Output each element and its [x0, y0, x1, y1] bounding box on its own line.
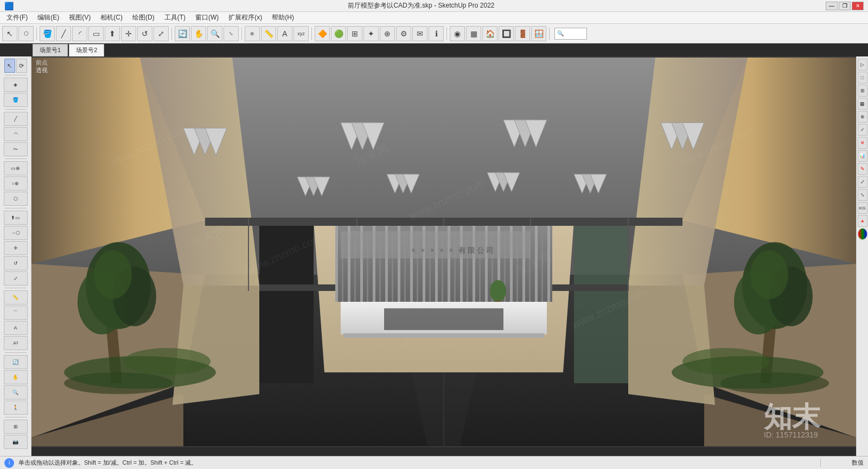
right-tool-11[interactable]: ⤡ — [858, 189, 867, 201]
svg-marker-8 — [682, 264, 856, 438]
move-tool-btn[interactable]: ✛ — [121, 26, 136, 41]
ext-btn1[interactable]: 🔶 — [315, 26, 330, 41]
menu-bar: 文件(F) 编辑(E) 视图(V) 相机(C) 绘图(D) 工具(T) 窗口(W… — [0, 12, 868, 24]
svg-marker-44 — [387, 174, 403, 193]
minimize-button[interactable]: — — [826, 2, 838, 10]
ext-btn2[interactable]: 🟢 — [331, 26, 346, 41]
svg-rect-64 — [398, 226, 400, 302]
line-tool-btn[interactable]: ╱ — [56, 26, 71, 41]
zoom-tool-btn[interactable]: 🔍 — [207, 26, 222, 41]
svg-rect-60 — [373, 226, 375, 302]
right-tool-10[interactable]: ⤢ — [858, 176, 867, 188]
paint-tool-btn[interactable]: 🪣 — [40, 26, 55, 41]
right-tool-12[interactable]: 🔺 — [858, 215, 867, 227]
menu-file[interactable]: 文件(F) — [2, 12, 32, 23]
ext-btn11[interactable]: 🏠 — [482, 26, 497, 41]
orbit-sidebar[interactable]: 🔄 — [4, 355, 28, 369]
ext-btn3[interactable]: ⊞ — [347, 26, 362, 41]
scene-tab-1[interactable]: 场景号1 — [33, 44, 68, 56]
right-tool-7[interactable]: ✕ — [858, 137, 867, 149]
right-tool-8[interactable]: 📊 — [858, 150, 867, 162]
svg-rect-81 — [504, 226, 506, 302]
polygon-tool[interactable]: ⬡ — [4, 192, 28, 206]
section-plane-btn[interactable]: ⊕ — [245, 26, 260, 41]
right-tool-4[interactable]: ▦ — [858, 98, 867, 110]
pan-tool-btn[interactable]: ✋ — [191, 26, 206, 41]
menu-draw[interactable]: 绘图(D) — [128, 12, 159, 23]
right-tool-9[interactable]: ✎ — [858, 163, 867, 175]
pushpull-tool[interactable]: ⬆▭ — [4, 211, 28, 225]
menu-window[interactable]: 窗口(W) — [191, 12, 223, 23]
svg-rect-0 — [31, 58, 856, 446]
scale-tool-btn[interactable]: ⤢ — [154, 26, 169, 41]
rect-shape-tool[interactable]: ▭⊕ — [4, 161, 28, 175]
menu-view[interactable]: 视图(V) — [65, 12, 95, 23]
paint-bucket[interactable]: 🪣 — [4, 93, 28, 107]
search-bar[interactable]: 🔍 — [554, 28, 587, 40]
ext-btn12[interactable]: 🔲 — [499, 26, 514, 41]
restore-button[interactable]: ❐ — [839, 2, 851, 10]
move-tool-sidebar[interactable]: ✛ — [4, 241, 28, 255]
walk-tool[interactable]: ⟳ — [16, 59, 27, 73]
advanced-camera[interactable]: 📷 — [4, 435, 28, 449]
info-icon[interactable]: i — [4, 458, 14, 468]
ext-btn13[interactable]: 🚪 — [515, 26, 530, 41]
svg-rect-104 — [760, 296, 778, 383]
tape-measure[interactable]: 📏 — [4, 290, 28, 305]
scene-tab-2[interactable]: 场景号2 — [69, 44, 104, 56]
right-tool-3[interactable]: ⊞ — [858, 85, 867, 97]
push-pull-btn[interactable]: ⬆ — [105, 26, 120, 41]
section-plane[interactable]: ⊞ — [4, 420, 28, 434]
menu-extensions[interactable]: 扩展程序(x) — [224, 12, 266, 23]
svg-point-91 — [490, 280, 506, 302]
svg-marker-46 — [403, 174, 419, 193]
3d-viewport[interactable]: 前点 透视 — [31, 56, 856, 447]
arrow-tool[interactable]: ↖ — [4, 59, 15, 73]
orbit-tool-btn[interactable]: 🔄 — [175, 26, 190, 41]
ext-btn6[interactable]: ⚙ — [396, 26, 411, 41]
rect-tool-btn[interactable]: ▭ — [88, 26, 104, 41]
rotate-tool-sidebar[interactable]: ↺ — [4, 256, 28, 270]
eraser-tool[interactable]: ◈ — [4, 78, 28, 92]
ext-btn9[interactable]: ◉ — [450, 26, 465, 41]
right-tool-13[interactable] — [858, 228, 867, 240]
svg-rect-79 — [492, 226, 493, 302]
ext-btn10[interactable]: ▦ — [466, 26, 481, 41]
pan-sidebar[interactable]: ✋ — [4, 370, 28, 384]
ext-btn14[interactable]: 🪟 — [531, 26, 546, 41]
ext-btn7[interactable]: ✉ — [412, 26, 427, 41]
window-controls: — ❐ ✕ — [826, 2, 864, 10]
ext-btn4[interactable]: ✦ — [363, 26, 379, 41]
close-button[interactable]: ✕ — [852, 2, 864, 10]
arc-tool[interactable]: ◜◝ — [4, 127, 28, 141]
rotate-tool-btn[interactable]: ↺ — [137, 26, 152, 41]
measure-btn[interactable]: 📏 — [261, 26, 276, 41]
protractor-tool[interactable]: ⌒ — [4, 306, 28, 320]
followme-tool[interactable]: →⬡ — [4, 226, 28, 240]
text-tool-sidebar[interactable]: A — [4, 321, 28, 335]
ext-btn8[interactable]: ℹ — [429, 26, 444, 41]
arc-tool-btn[interactable]: ◜ — [72, 26, 87, 41]
menu-camera[interactable]: 相机(C) — [96, 12, 127, 23]
component-btn[interactable]: ⬡ — [18, 26, 34, 41]
menu-tools[interactable]: 工具(T) — [160, 12, 190, 23]
circle-tool[interactable]: ○⊕ — [4, 176, 28, 191]
right-tool-5[interactable]: ⊕ — [858, 111, 867, 123]
zoom-extents-btn[interactable]: ⤡ — [224, 26, 239, 41]
walk-view-tool[interactable]: 🚶 — [4, 401, 28, 415]
zoom-sidebar[interactable]: 🔍 — [4, 385, 28, 400]
line-tool[interactable]: ╱ — [4, 112, 28, 126]
select-tool-btn[interactable]: ↖ — [2, 26, 17, 41]
right-tool-6[interactable]: ✓ — [858, 124, 867, 136]
menu-help[interactable]: 帮助(H) — [267, 12, 298, 23]
3d-text-tool[interactable]: A³ — [4, 336, 28, 350]
ext-btn5[interactable]: ⊕ — [380, 26, 395, 41]
scale-tool-sidebar[interactable]: ⤢ — [4, 271, 28, 286]
right-tool-1[interactable]: ▷ — [858, 59, 867, 71]
svg-rect-67 — [417, 226, 418, 302]
right-tool-2[interactable]: □ — [858, 72, 867, 84]
menu-edit[interactable]: 编辑(E) — [33, 12, 63, 23]
axes-btn[interactable]: xyz — [293, 26, 309, 41]
text-btn[interactable]: A — [277, 26, 292, 41]
freehand-tool[interactable]: 〜 — [4, 142, 28, 156]
